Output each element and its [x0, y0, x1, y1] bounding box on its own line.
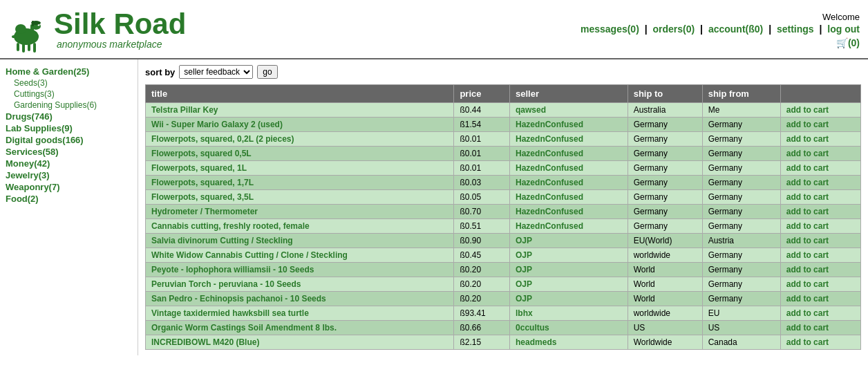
- cart-area[interactable]: 🛒(0): [581, 37, 860, 48]
- action-cell: add to cart: [780, 118, 860, 132]
- seller-name[interactable]: OJP: [516, 294, 532, 304]
- sidebar-item-Drugs-746-[interactable]: Drugs(746): [6, 111, 132, 122]
- welcome-label: Welcome: [581, 12, 860, 22]
- seller-name[interactable]: HazednConfused: [516, 192, 583, 202]
- add-to-cart-button[interactable]: add to cart: [786, 192, 829, 202]
- seller-name[interactable]: HazednConfused: [516, 134, 583, 144]
- ship-from-cell: Me: [702, 103, 780, 118]
- add-to-cart-button[interactable]: add to cart: [786, 250, 829, 260]
- seller-name[interactable]: OJP: [516, 279, 532, 289]
- sidebar-item-Gardening-Supplies-6-[interactable]: Gardening Supplies(6): [14, 100, 132, 110]
- action-cell: add to cart: [780, 147, 860, 161]
- sidebar-item-Services-58-[interactable]: Services(58): [6, 147, 132, 157]
- product-title[interactable]: INCREDIBOWL M420 (Blue): [151, 337, 259, 347]
- product-title[interactable]: Peyote - lophophora williamsii - 10 Seed…: [151, 265, 314, 274]
- seller-cell: HazednConfused: [510, 205, 628, 219]
- product-title[interactable]: Flowerpots, squared, 1,7L: [151, 178, 254, 187]
- add-to-cart-button[interactable]: add to cart: [786, 163, 829, 173]
- product-title[interactable]: San Pedro - Echinopsis pachanoi - 10 See…: [151, 294, 326, 304]
- sort-select[interactable]: seller feedbackpricetitle: [179, 65, 253, 79]
- seller-name[interactable]: OJP: [516, 265, 532, 274]
- product-title[interactable]: Vintage taxidermied hawksbill sea turtle: [151, 308, 309, 318]
- seller-name[interactable]: HazednConfused: [516, 120, 583, 129]
- title-cell: Flowerpots, squared, 0,2L (2 pieces): [146, 132, 454, 147]
- add-to-cart-button[interactable]: add to cart: [786, 178, 829, 187]
- sidebar-item-Food-2-[interactable]: Food(2): [6, 194, 132, 204]
- table-row: Flowerpots, squared 0,5Lß0.01HazednConfu…: [146, 147, 861, 161]
- product-title[interactable]: Organic Worm Castings Soil Amendment 8 l…: [151, 323, 337, 333]
- price-cell: ß0.03: [454, 176, 510, 190]
- sort-go-button[interactable]: go: [257, 65, 277, 79]
- col-header-: [780, 85, 860, 103]
- product-title[interactable]: Flowerpots, squared, 1L: [151, 163, 247, 173]
- products-body: Telstra Pillar Keyß0.44qawsedAustraliaMe…: [146, 103, 861, 350]
- account-link[interactable]: account(ß0): [708, 24, 763, 35]
- table-row: Peruvian Torch - peruviana - 10 Seedsß0.…: [146, 277, 861, 292]
- sidebar-item-Jewelry-3-[interactable]: Jewelry(3): [6, 170, 132, 180]
- seller-cell: HazednConfused: [510, 176, 628, 190]
- seller-cell: qawsed: [510, 103, 628, 118]
- product-title[interactable]: Peruvian Torch - peruviana - 10 Seeds: [151, 279, 301, 289]
- cart-link[interactable]: 🛒(0): [836, 37, 860, 48]
- add-to-cart-button[interactable]: add to cart: [786, 294, 829, 304]
- ship-to-cell: Germany: [628, 132, 702, 147]
- orders-link[interactable]: orders(0): [653, 24, 695, 35]
- product-title[interactable]: Telstra Pillar Key: [151, 105, 218, 115]
- logout-link[interactable]: log out: [827, 24, 860, 35]
- seller-name[interactable]: HazednConfused: [516, 149, 583, 158]
- messages-link[interactable]: messages(0): [581, 24, 639, 35]
- add-to-cart-button[interactable]: add to cart: [786, 207, 829, 216]
- title-cell: Flowerpots, squared, 1,7L: [146, 176, 454, 190]
- seller-name[interactable]: HazednConfused: [516, 178, 583, 187]
- title-cell: Flowerpots, squared, 1L: [146, 161, 454, 176]
- sidebar-item-Digital-goods-166-[interactable]: Digital goods(166): [6, 135, 132, 145]
- sidebar-item-Seeds-3-[interactable]: Seeds(3): [14, 78, 132, 88]
- product-title[interactable]: White Widow Cannabis Cutting / Clone / S…: [151, 250, 348, 260]
- seller-cell: HazednConfused: [510, 118, 628, 132]
- nav-separator-2: |: [700, 24, 706, 35]
- col-header-title: title: [146, 85, 454, 103]
- add-to-cart-button[interactable]: add to cart: [786, 120, 829, 129]
- add-to-cart-button[interactable]: add to cart: [786, 265, 829, 274]
- seller-name[interactable]: HazednConfused: [516, 221, 583, 231]
- action-cell: add to cart: [780, 219, 860, 234]
- add-to-cart-button[interactable]: add to cart: [786, 149, 829, 158]
- ship-to-cell: Germany: [628, 205, 702, 219]
- add-to-cart-button[interactable]: add to cart: [786, 279, 829, 289]
- add-to-cart-button[interactable]: add to cart: [786, 236, 829, 245]
- settings-link[interactable]: settings: [777, 24, 814, 35]
- product-title[interactable]: Wii - Super Mario Galaxy 2 (used): [151, 120, 283, 129]
- seller-name[interactable]: qawsed: [516, 105, 546, 115]
- sidebar-item-Home---Garden-25-[interactable]: Home & Garden(25): [6, 66, 132, 77]
- add-to-cart-button[interactable]: add to cart: [786, 105, 829, 115]
- product-title[interactable]: Flowerpots, squared 0,5L: [151, 149, 252, 158]
- ship-from-cell: Germany: [702, 205, 780, 219]
- sidebar-item-Weaponry-7-[interactable]: Weaponry(7): [6, 182, 132, 192]
- seller-name[interactable]: OJP: [516, 250, 532, 260]
- add-to-cart-button[interactable]: add to cart: [786, 337, 829, 347]
- table-row: Flowerpots, squared, 1,7Lß0.03HazednConf…: [146, 176, 861, 190]
- product-title[interactable]: Salvia divinorum Cutting / Steckling: [151, 236, 293, 245]
- seller-name[interactable]: HazednConfused: [516, 207, 583, 216]
- sidebar-item-Money-42-[interactable]: Money(42): [6, 158, 132, 169]
- seller-name[interactable]: headmeds: [516, 337, 556, 347]
- title-cell: Wii - Super Mario Galaxy 2 (used): [146, 118, 454, 132]
- seller-name[interactable]: OJP: [516, 236, 532, 245]
- seller-name[interactable]: 0ccultus: [516, 323, 549, 333]
- product-title[interactable]: Flowerpots, squared, 3,5L: [151, 192, 254, 202]
- seller-name[interactable]: HazednConfused: [516, 163, 583, 173]
- product-title[interactable]: Flowerpots, squared, 0,2L (2 pieces): [151, 134, 294, 144]
- product-title[interactable]: Cannabis cutting, freshly rooted, female: [151, 221, 310, 231]
- ship-to-cell: World: [628, 277, 702, 292]
- add-to-cart-button[interactable]: add to cart: [786, 134, 829, 144]
- seller-cell: lbhx: [510, 306, 628, 321]
- product-title[interactable]: Hydrometer / Thermometer: [151, 207, 258, 216]
- add-to-cart-button[interactable]: add to cart: [786, 221, 829, 231]
- add-to-cart-button[interactable]: add to cart: [786, 323, 829, 333]
- seller-name[interactable]: lbhx: [516, 308, 533, 318]
- sidebar-item-Cuttings-3-[interactable]: Cuttings(3): [14, 89, 132, 99]
- price-cell: ß0.20: [454, 263, 510, 277]
- sidebar-item-Lab-Supplies-9-[interactable]: Lab Supplies(9): [6, 123, 132, 133]
- title-cell: White Widow Cannabis Cutting / Clone / S…: [146, 248, 454, 263]
- add-to-cart-button[interactable]: add to cart: [786, 308, 829, 318]
